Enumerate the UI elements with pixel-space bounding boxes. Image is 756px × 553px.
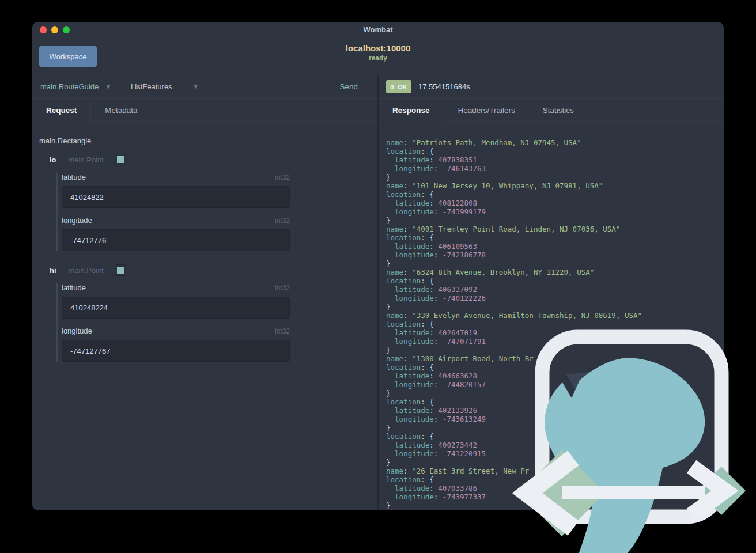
host-address: localhost:10000 — [32, 43, 724, 53]
response-line: location: { — [386, 363, 719, 372]
response-line: longitude: -741220915 — [386, 449, 719, 458]
response-line: longitude: -743977337 — [386, 493, 719, 501]
send-button[interactable]: Send — [339, 82, 358, 91]
field-lo-checkbox[interactable] — [115, 154, 126, 165]
hi-latitude-input[interactable] — [62, 297, 290, 319]
response-line: latitude: 404663628 — [386, 372, 719, 380]
tab-statistics[interactable]: Statistics — [529, 99, 588, 122]
window-title: Wombat — [32, 25, 724, 34]
field-type-lo: main.Point — [69, 156, 104, 164]
connection-status: localhost:10000 ready — [32, 43, 724, 62]
tab-request[interactable]: Request — [32, 99, 91, 122]
screen: { "window": { "title": "Wombat" }, "head… — [0, 0, 756, 553]
response-body[interactable]: name: "Patriots Path, Mendham, NJ 07945,… — [379, 122, 724, 510]
response-line: name: "6324 8th Avenue, Brooklyn, NY 112… — [386, 268, 719, 276]
subfields-hi: latitude int32 longitude int32 — [56, 283, 368, 362]
field-head-hi: hi main.Point — [50, 265, 368, 275]
response-line: location: { — [386, 475, 719, 484]
field-label-row: longitude int32 — [62, 327, 290, 335]
response-line: } — [386, 458, 719, 467]
title-bar: Wombat — [32, 22, 724, 38]
response-line: name: "330 Evelyn Avenue, Hamilton Towns… — [386, 311, 719, 320]
response-line: latitude: 408122808 — [386, 199, 719, 207]
response-line: name: "26 East 3rd Street, New Pr — [386, 467, 719, 475]
field-label: latitude — [62, 173, 86, 181]
field-name-hi: hi — [50, 266, 56, 275]
response-line: longitude: -742186778 — [386, 251, 719, 259]
tab-headers-trailers[interactable]: Headers/Trailers — [444, 99, 529, 122]
response-panel: 0: OK 17.554151684s Response Headers/Tra… — [377, 75, 724, 510]
field-label-row: longitude int32 — [62, 216, 290, 225]
field-type-hi: main.Point — [69, 266, 104, 275]
field-label-row: latitude int32 — [62, 173, 290, 181]
method-select-value: ListFeatures — [131, 82, 172, 91]
response-line: name: "101 New Jersey 10, Whippany, NJ 0… — [386, 181, 719, 190]
response-line: latitude: 407033786 — [386, 484, 719, 493]
response-line: } — [386, 346, 719, 354]
main-panels: main.RouteGuide ▼ ListFeatures ▼ Send Re… — [32, 75, 724, 510]
field-hi-checkbox[interactable] — [115, 265, 126, 275]
response-line: location: { — [386, 397, 719, 406]
field-scalar-type: int32 — [275, 327, 290, 335]
response-line: longitude: -746143763 — [386, 164, 719, 173]
response-line: } — [386, 216, 719, 225]
response-line: latitude: 402647019 — [386, 328, 719, 337]
response-line: latitude: 400273442 — [386, 441, 719, 449]
lo-latitude-input[interactable] — [62, 186, 290, 208]
response-line: location: { — [386, 233, 719, 242]
chevron-down-icon: ▼ — [105, 84, 111, 90]
response-line: latitude: 402133926 — [386, 406, 719, 415]
field-label: longitude — [62, 216, 92, 225]
response-line: } — [386, 259, 719, 268]
subfields-lo: latitude int32 longitude int32 — [56, 173, 368, 251]
connection-state: ready — [32, 54, 724, 62]
request-form: main.Rectangle lo main.Point latitude in… — [32, 122, 377, 510]
response-line: name: "Patriots Path, Mendham, NJ 07945,… — [386, 138, 719, 147]
service-select[interactable]: main.RouteGuide ▼ — [40, 82, 111, 91]
field-scalar-type: int32 — [275, 173, 290, 181]
field-group-hi: hi main.Point latitude int32 longitude i… — [39, 265, 368, 362]
field-head-lo: lo main.Point — [50, 154, 368, 165]
response-line: latitude: 406109563 — [386, 242, 719, 251]
response-line: longitude: -743999179 — [386, 207, 719, 216]
response-line: } — [386, 423, 719, 432]
response-line: location: { — [386, 190, 719, 199]
status-badge: 0: OK — [386, 80, 411, 93]
request-toolbar: main.RouteGuide ▼ ListFeatures ▼ Send — [32, 75, 377, 99]
field-scalar-type: int32 — [275, 284, 290, 292]
response-line: location: { — [386, 320, 719, 328]
response-line: longitude: -740122226 — [386, 294, 719, 302]
duration-label: 17.554151684s — [418, 82, 470, 91]
tab-response[interactable]: Response — [379, 99, 444, 122]
field-label-row: latitude int32 — [62, 283, 290, 292]
hi-longitude-input[interactable] — [62, 340, 290, 362]
response-line: location: { — [386, 432, 719, 441]
app-window: Wombat Workspace localhost:10000 ready m… — [32, 22, 724, 510]
field-name-lo: lo — [50, 156, 56, 164]
field-label: longitude — [62, 327, 92, 335]
tab-metadata[interactable]: Metadata — [91, 99, 151, 122]
request-tabbar: Request Metadata — [32, 99, 377, 122]
response-line: longitude: -747071791 — [386, 337, 719, 346]
field-group-lo: lo main.Point latitude int32 longitude i… — [39, 154, 368, 251]
response-line: location: { — [386, 276, 719, 285]
response-line: latitude: 406337092 — [386, 285, 719, 294]
service-select-value: main.RouteGuide — [40, 82, 99, 91]
field-label: latitude — [62, 283, 86, 292]
response-line: } — [386, 173, 719, 181]
response-line: location: { — [386, 147, 719, 156]
response-line: } — [386, 302, 719, 311]
message-type-label: main.Rectangle — [39, 137, 368, 145]
field-scalar-type: int32 — [275, 217, 290, 225]
lo-longitude-input[interactable] — [62, 229, 290, 251]
header: Workspace localhost:10000 ready — [32, 38, 724, 75]
response-line: name: "4001 Tremley Point Road, Linden, … — [386, 225, 719, 233]
response-line: } — [386, 389, 719, 397]
response-line: longitude: -744820157 — [386, 380, 719, 389]
response-line: latitude: 407838351 — [386, 156, 719, 164]
request-panel: main.RouteGuide ▼ ListFeatures ▼ Send Re… — [32, 75, 377, 510]
response-toolbar: 0: OK 17.554151684s — [379, 75, 724, 99]
chevron-down-icon: ▼ — [193, 84, 199, 90]
method-select[interactable]: ListFeatures ▼ — [131, 82, 198, 91]
response-line: } — [386, 501, 719, 510]
